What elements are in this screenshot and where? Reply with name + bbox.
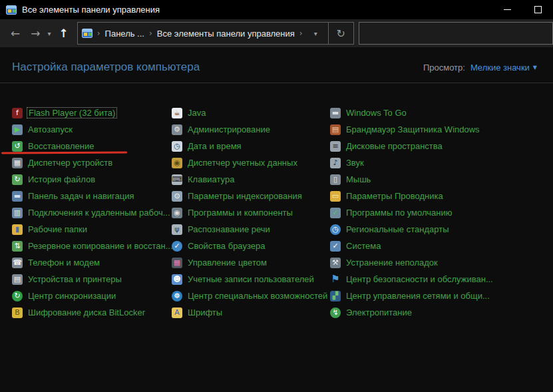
control-panel-item[interactable]: ▞Центр управления сетями и общи... — [330, 288, 550, 304]
refresh-button[interactable]: ↻ — [328, 23, 353, 44]
item-label[interactable]: Подключения к удаленным рабоч... — [28, 208, 170, 218]
item-label[interactable]: Восстановление — [28, 141, 94, 151]
control-panel-item[interactable]: ◷Региональные стандарты — [330, 221, 550, 238]
item-label[interactable]: Система — [346, 241, 381, 251]
item-label[interactable]: Управление цветом — [188, 258, 267, 268]
items-column-3: ▬Windows To Go▤Брандмауэр Защитника Wind… — [330, 104, 550, 321]
control-panel-item[interactable]: ⚑Центр безопасности и обслуживан... — [330, 271, 550, 288]
backup-restore-icon: ⇅ — [12, 241, 23, 252]
item-label[interactable]: Мышь — [346, 174, 371, 184]
item-label[interactable]: Java — [188, 108, 206, 118]
item-label[interactable]: Звук — [346, 158, 364, 168]
item-label[interactable]: Клавиатура — [188, 174, 234, 184]
back-button[interactable]: ← — [5, 25, 25, 42]
item-label[interactable]: Windows To Go — [346, 108, 407, 118]
control-panel-item[interactable]: ▭Параметры Проводника — [330, 188, 550, 204]
phone-modem-icon: ☎ — [12, 258, 23, 268]
item-label[interactable]: Программы по умолчанию — [346, 208, 452, 218]
item-label[interactable]: Администрирование — [188, 124, 270, 134]
item-label[interactable]: Дисковые пространства — [346, 141, 443, 151]
item-label[interactable]: Центр синхронизации — [28, 291, 116, 301]
address-dropdown-chevron-icon[interactable]: ▾ — [307, 30, 324, 37]
control-panel-item[interactable]: ☕Java — [172, 104, 330, 121]
control-panel-item[interactable]: ⇅Резервное копирование и восстан... — [12, 238, 172, 254]
control-panel-item[interactable]: ▯Мышь — [330, 171, 550, 188]
item-label[interactable]: Дата и время — [188, 141, 242, 151]
minimize-button[interactable] — [492, 0, 522, 19]
control-panel-item[interactable]: fFlash Player (32 бита) — [12, 104, 172, 121]
control-panel-item[interactable]: ▬Панель задач и навигация — [12, 188, 172, 204]
item-label[interactable]: Шрифты — [188, 307, 222, 317]
control-panel-item[interactable]: ψРаспознавание речи — [172, 221, 330, 238]
history-chevron-icon[interactable]: ▾ — [46, 27, 53, 40]
item-label[interactable]: Устранение неполадок — [346, 258, 438, 268]
control-panel-item[interactable]: ↻Центр синхронизации — [12, 288, 172, 304]
item-label[interactable]: Учетные записи пользователей — [188, 274, 314, 284]
maximize-button[interactable] — [522, 0, 553, 19]
item-label[interactable]: Резервное копирование и восстан... — [28, 241, 173, 251]
control-panel-item[interactable]: ↺Восстановление — [12, 138, 172, 154]
control-panel-item[interactable]: ▶Автозапуск — [12, 121, 172, 138]
item-label[interactable]: Брандмауэр Защитника Windows — [346, 124, 480, 134]
item-label[interactable]: Центр специальных возможностей — [188, 291, 327, 301]
item-label[interactable]: Программы и компоненты — [188, 208, 293, 218]
control-panel-item[interactable]: ✓Программы по умолчанию — [330, 204, 550, 221]
item-label[interactable]: Автозапуск — [28, 124, 73, 134]
control-panel-item[interactable]: ⌨Клавиатура — [172, 171, 330, 188]
control-panel-item[interactable]: ☻Учетные записи пользователей — [172, 271, 330, 288]
control-panel-item[interactable]: AШрифты — [172, 304, 330, 321]
control-panel-item[interactable]: ▦Управление цветом — [172, 254, 330, 271]
item-label[interactable]: Параметры Проводника — [346, 191, 443, 201]
breadcrumb-current[interactable]: Все элементы панели управления — [157, 29, 295, 39]
item-label[interactable]: Свойства браузера — [188, 241, 265, 251]
annotation-underline — [1, 152, 127, 154]
control-panel-item[interactable]: ▤Устройства и принтеры — [12, 271, 172, 288]
item-label[interactable]: История файлов — [28, 174, 95, 184]
view-dropdown[interactable]: Мелкие значки ▼ — [470, 63, 537, 73]
indexing-options-icon: ⊙ — [172, 191, 182, 202]
item-label[interactable]: Устройства и принтеры — [28, 274, 122, 284]
forward-button[interactable]: → — [25, 25, 45, 42]
control-panel-item[interactable]: ≡Дисковые пространства — [330, 138, 550, 154]
item-label[interactable]: Панель задач и навигация — [28, 191, 134, 201]
control-panel-item[interactable]: ▥Подключения к удаленным рабоч... — [12, 204, 172, 221]
control-panel-item[interactable]: ⚙Администрирование — [172, 121, 330, 138]
mouse-icon: ▯ — [330, 174, 341, 185]
control-panel-item[interactable]: ◉Диспетчер учетных данных — [172, 154, 330, 171]
search-input[interactable] — [359, 22, 553, 45]
control-panel-item[interactable]: ◷Дата и время — [172, 138, 330, 154]
control-panel-item[interactable]: BШифрование диска BitLocker — [12, 304, 172, 321]
control-panel-item[interactable]: ☸Центр специальных возможностей — [172, 288, 330, 304]
control-panel-item[interactable]: ✓Система — [330, 238, 550, 254]
control-panel-item[interactable]: ▦Диспетчер устройств — [12, 154, 172, 171]
item-label[interactable]: Региональные стандарты — [346, 224, 449, 234]
programs-features-icon: ◉ — [172, 208, 182, 218]
item-label[interactable]: Телефон и модем — [28, 258, 100, 268]
control-panel-item[interactable]: ⊙Параметры индексирования — [172, 188, 330, 204]
item-label[interactable]: Шифрование диска BitLocker — [28, 307, 145, 317]
item-label[interactable]: Параметры индексирования — [188, 191, 302, 201]
control-panel-item[interactable]: ↻История файлов — [12, 171, 172, 188]
breadcrumb-root[interactable]: Панель ... — [105, 29, 144, 39]
item-label[interactable]: Электропитание — [346, 307, 412, 317]
control-panel-item[interactable]: ▤Брандмауэр Защитника Windows — [330, 121, 550, 138]
item-label[interactable]: Рабочие папки — [28, 224, 87, 234]
up-button[interactable]: ↑ — [53, 25, 75, 42]
item-label[interactable]: Центр безопасности и обслуживан... — [346, 274, 493, 284]
control-panel-item[interactable]: ◉Программы и компоненты — [172, 204, 330, 221]
breadcrumb-separator-icon[interactable]: › — [299, 29, 303, 38]
item-label[interactable]: Flash Player (32 бита) — [27, 107, 117, 118]
control-panel-item[interactable]: ✓Свойства браузера — [172, 238, 330, 254]
flash-player-icon: f — [12, 108, 23, 118]
control-panel-item[interactable]: ↯Электропитание — [330, 304, 550, 321]
control-panel-item[interactable]: ▮Рабочие папки — [12, 221, 172, 238]
control-panel-item[interactable]: ♪Звук — [330, 154, 550, 171]
control-panel-item[interactable]: ☎Телефон и модем — [12, 254, 172, 271]
item-label[interactable]: Диспетчер устройств — [28, 158, 112, 168]
control-panel-item[interactable]: ⚒Устранение неполадок — [330, 254, 550, 271]
item-label[interactable]: Диспетчер учетных данных — [188, 158, 297, 168]
control-panel-item[interactable]: ▬Windows To Go — [330, 104, 550, 121]
address-bar[interactable]: › Панель ... › Все элементы панели управ… — [77, 22, 354, 45]
item-label[interactable]: Центр управления сетями и общи... — [346, 291, 490, 301]
item-label[interactable]: Распознавание речи — [188, 224, 270, 234]
